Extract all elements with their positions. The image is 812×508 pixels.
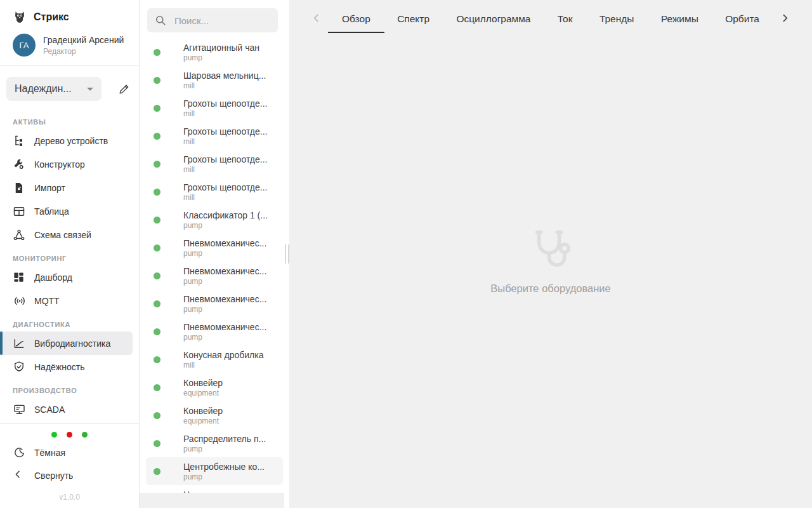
sidebar-item-shield[interactable]: Надёжность [0,355,139,378]
list-item[interactable]: Пневмомеханичес...pump [146,234,283,262]
status-dot [154,468,160,475]
avatar[interactable]: ГА [13,34,36,57]
status-dot [82,432,88,438]
stethoscope-icon [526,227,575,276]
list-item-text: Насос...pump [183,490,216,493]
list-item[interactable]: Пневмомеханичес...pump [146,290,283,318]
list-item[interactable]: Грохоты щепоотде...mill [146,94,283,122]
list-item[interactable]: Грохоты щепоотде...mill [146,178,283,206]
list-item[interactable]: Грохоты щепоотде...mill [146,150,283,178]
sidebar-item-device-tree[interactable]: Дерево устройств [0,129,139,152]
list-item-title: Центробежные ко... [183,462,265,472]
sidebar-item-label: Вибродиагностика [34,338,110,349]
tab-осциллограмма[interactable]: Осциллограмма [455,10,532,29]
status-dot [67,432,72,438]
list-item-title: Конвейер [183,378,223,388]
list-item[interactable]: Конвейерequipment [146,373,283,401]
search-wrap [140,0,284,38]
search-input[interactable] [173,15,271,27]
edit-asset-button[interactable] [115,81,133,98]
status-dot [154,133,160,140]
list-item-title: Конвейер [183,406,223,416]
vibro-icon [13,337,25,350]
status-dot [154,328,160,335]
list-item-type: pump [183,277,266,286]
list-item-type: pump [183,305,266,314]
list-item-title: Агитационный чан [183,43,259,53]
list-item[interactable]: Центробежные ко...pump [146,457,283,485]
nav-section-label: АКТИВЫ [0,110,139,129]
status-dot [154,105,160,112]
sidebar-item-table[interactable]: Таблица [0,199,139,223]
sidebar-item-schema[interactable]: Схема связей [0,223,139,246]
asset-selector-dropdown[interactable]: Надеждин... [6,77,102,101]
equipment-panel-column: Агитационный чанpumpШаровая мельниц...mi… [140,0,284,508]
list-item-text: Пневмомеханичес...pump [183,266,266,286]
status-dot [154,412,160,419]
list-item[interactable]: Конвейерequipment [146,401,283,429]
user-block[interactable]: ГА Градецкий Арсений Редактор [0,32,139,66]
sidebar-item-label: Схема связей [34,230,91,240]
nav-section-label: ПРОИЗВОДСТВО [0,378,139,398]
list-item[interactable]: Пневмомеханичес...pump [146,262,283,290]
tab-тренды[interactable]: Тренды [598,10,636,29]
status-dot [154,272,160,279]
search-box [147,8,278,32]
main-area: ОбзорСпектрОсциллограммаТокТрендыРежимыО… [289,0,812,508]
list-item-type: equipment [183,417,223,425]
tabs-scroll-left-button[interactable] [310,11,323,27]
asset-selector-value: Надеждин... [15,83,72,95]
list-item-title: Классификатор 1 (... [183,210,268,220]
status-dot [154,440,160,447]
sidebar-item-label: Дерево устройств [34,136,108,146]
list-item-type: mill [183,361,263,370]
sidebar-footer: Тёмная Свернуть v1.0.0 [0,423,139,508]
list-item-text: Грохоты щепоотде...mill [183,126,267,146]
status-dot [154,356,160,363]
shield-icon [13,361,25,373]
list-item[interactable]: Насос...pump [146,485,283,493]
panel-resize-handle[interactable] [284,0,289,508]
tab-обзор[interactable]: Обзор [341,10,372,29]
list-item[interactable]: Пневмомеханичес...pump [146,318,283,345]
collapse-label: Свернуть [34,471,73,481]
theme-toggle[interactable]: Тёмная [0,441,139,464]
equipment-panel: Агитационный чанpumpШаровая мельниц...mi… [140,0,284,493]
list-item-text: Пневмомеханичес...pump [183,322,266,342]
tab-орбита[interactable]: Орбита [724,10,761,29]
collapse-sidebar-button[interactable]: Свернуть [0,464,139,487]
list-item-title: Распределитель п... [183,434,266,444]
moon-icon [13,446,25,459]
sidebar-item-scada[interactable]: SCADA [0,398,139,421]
sidebar-item-dashboard[interactable]: Дашборд [0,265,139,289]
tab-режимы[interactable]: Режимы [660,10,700,29]
sidebar-item-label: SCADA [34,404,65,415]
sidebar-item-vibro[interactable]: Вибродиагностика [0,331,133,355]
sidebar-item-label: MQTT [34,296,60,306]
list-item[interactable]: Классификатор 1 (...pump [146,206,283,234]
sidebar-item-constructor[interactable]: Конструктор [0,152,139,176]
tabs: ОбзорСпектрОсциллограммаТокТрендыРежимыО… [323,10,778,29]
list-item-text: Пневмомеханичес...pump [183,238,266,258]
app-root: Стрикс ГА Градецкий Арсений Редактор Над… [0,0,812,508]
list-item[interactable]: Конусная дробилкаmill [146,345,283,373]
content-area: Выберите оборудование [289,38,812,508]
list-item-type: pump [183,333,266,342]
list-item[interactable]: Распределитель п...pump [146,429,283,457]
chevron-right-icon [780,13,790,25]
sidebar-item-mqtt[interactable]: MQTT [0,289,139,312]
tab-ток[interactable]: Ток [556,10,574,29]
list-item[interactable]: Грохоты щепоотде...mill [146,122,283,150]
chevron-left-icon [13,469,25,482]
sidebar: Стрикс ГА Градецкий Арсений Редактор Над… [0,0,140,508]
sidebar-item-import[interactable]: Импорт [0,176,139,199]
list-item-title: Грохоты щепоотде... [183,126,267,137]
list-item[interactable]: Шаровая мельниц...mill [146,66,283,94]
tabs-scroll-right-button[interactable] [778,11,792,27]
sidebar-item-apc[interactable]: APC [0,421,139,423]
tab-спектр[interactable]: Спектр [396,10,431,29]
scada-icon [13,403,25,416]
list-item-text: Конвейерequipment [183,378,223,398]
tab-bar: ОбзорСпектрОсциллограммаТокТрендыРежимыО… [289,0,812,38]
list-item[interactable]: Агитационный чанpump [146,38,283,66]
